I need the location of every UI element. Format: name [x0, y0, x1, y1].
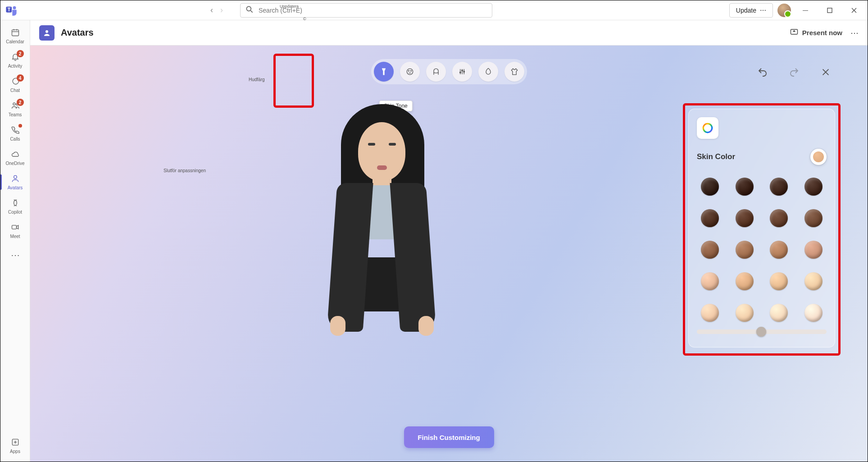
app-header: Avatars Present now ⋯	[30, 20, 868, 46]
window-maximize-icon[interactable]	[820, 4, 840, 17]
skin-swatch-2[interactable]	[770, 178, 788, 196]
undo-icon[interactable]	[757, 66, 768, 78]
rail-meet[interactable]: Meet	[0, 219, 30, 243]
page-title: Avatars	[61, 27, 94, 38]
search-icon	[245, 5, 254, 16]
skin-swatch-11[interactable]	[804, 241, 823, 259]
window-minimize-icon[interactable]: —	[795, 4, 815, 17]
skin-swatch-9[interactable]	[736, 241, 754, 259]
more-horizontal-icon: ⋯	[11, 251, 20, 260]
category-hair[interactable]	[426, 62, 446, 82]
calls-badge	[18, 124, 22, 128]
tooltip-update-sv: Uppdatera	[280, 4, 299, 9]
me-avatar[interactable]	[777, 4, 791, 17]
category-face[interactable]	[400, 62, 420, 82]
title-bar: T ‹ › Update ⋯ —	[0, 0, 868, 20]
skin-color-panel: Skin Color	[688, 109, 835, 348]
present-icon	[790, 27, 799, 38]
skin-swatch-grid	[697, 178, 827, 322]
search-box[interactable]	[240, 3, 492, 18]
skin-swatch-1[interactable]	[736, 178, 754, 196]
svg-text:T: T	[8, 7, 11, 12]
left-rail: Calendar 2 Activity 4 Chat 2 Teams Calls…	[0, 20, 30, 462]
svg-point-23	[410, 71, 411, 72]
rail-label: Calendar	[6, 39, 24, 44]
skin-swatch-10[interactable]	[770, 241, 788, 259]
window-close-icon[interactable]	[844, 4, 864, 17]
video-icon	[11, 223, 20, 233]
rail-onedrive[interactable]: OneDrive	[0, 146, 30, 170]
nav-arrows: ‹ ›	[210, 5, 223, 15]
update-button[interactable]: Update ⋯	[729, 3, 773, 18]
skin-swatch-7[interactable]	[804, 209, 823, 227]
rail-apps[interactable]: Apps	[0, 434, 30, 458]
rail-label: Chat	[10, 88, 20, 93]
avatar-preview	[305, 104, 460, 338]
nav-forward-icon[interactable]: ›	[220, 5, 223, 15]
rail-chat[interactable]: 4 Chat	[0, 73, 30, 97]
titlebar-right: Update ⋯ —	[729, 3, 866, 18]
category-clothing[interactable]	[504, 62, 524, 82]
rail-activity[interactable]: 2 Activity	[0, 48, 30, 73]
more-icon: ⋯	[760, 7, 766, 14]
update-button-label: Update	[736, 7, 756, 14]
svg-point-14	[14, 175, 17, 178]
rail-copilot[interactable]: Copilot	[0, 194, 30, 219]
current-swatch-color	[813, 151, 824, 162]
skin-swatch-18[interactable]	[770, 304, 788, 322]
present-now-button[interactable]: Present now	[790, 27, 842, 38]
skin-tone-slider[interactable]	[697, 328, 827, 335]
rail-avatars[interactable]: Avatars	[0, 170, 30, 194]
label-hudfarg: Hudfärg	[249, 77, 265, 82]
nav-back-icon[interactable]: ‹	[210, 5, 213, 15]
category-skin-tone[interactable]	[374, 62, 394, 82]
rail-calls[interactable]: Calls	[0, 121, 30, 146]
skin-swatch-13[interactable]	[736, 272, 754, 290]
copilot-icon	[11, 198, 20, 209]
rail-teams[interactable]: 2 Teams	[0, 97, 30, 121]
label-finish-sv: Slutför anpassningen	[164, 168, 206, 173]
close-editor-icon[interactable]	[820, 66, 832, 78]
teams-window: Uppdatera © T ‹ › Update ⋯ —	[0, 0, 868, 462]
annotation-highlight-category	[273, 54, 314, 108]
skin-swatch-14[interactable]	[770, 272, 788, 290]
skin-swatch-0[interactable]	[701, 178, 719, 196]
skin-swatch-16[interactable]	[701, 304, 719, 322]
phone-icon	[11, 125, 20, 136]
svg-line-4	[251, 10, 253, 12]
rail-label: Copilot	[8, 210, 22, 215]
teams-badge: 2	[17, 99, 24, 106]
skin-swatch-15[interactable]	[804, 272, 823, 290]
header-more-icon[interactable]: ⋯	[850, 28, 859, 38]
svg-rect-15	[12, 225, 16, 229]
avatar-lips	[377, 165, 387, 170]
rail-more[interactable]: ⋯	[0, 243, 30, 267]
skin-swatch-5[interactable]	[736, 209, 754, 227]
svg-point-12	[13, 103, 15, 105]
chat-badge: 4	[17, 74, 24, 82]
skin-swatch-17[interactable]	[736, 304, 754, 322]
skin-swatch-4[interactable]	[701, 209, 719, 227]
svg-point-22	[408, 71, 409, 72]
skin-swatch-12[interactable]	[701, 272, 719, 290]
calendar-icon	[11, 28, 20, 38]
slider-thumb[interactable]	[756, 327, 766, 337]
rail-calendar[interactable]: Calendar	[0, 24, 30, 48]
skin-swatch-6[interactable]	[770, 209, 788, 227]
skin-swatch-8[interactable]	[701, 241, 719, 259]
stage-controls	[757, 66, 832, 78]
category-body[interactable]	[452, 62, 472, 82]
color-picker-button[interactable]	[697, 117, 718, 139]
redo-icon[interactable]	[788, 66, 800, 78]
svg-point-1	[13, 6, 16, 9]
activity-badge: 2	[17, 50, 24, 57]
rail-label: Meet	[10, 234, 20, 239]
category-makeup[interactable]	[478, 62, 498, 82]
svg-point-21	[407, 69, 413, 74]
avatar-hand-right	[418, 316, 434, 336]
finish-customizing-button[interactable]: Finish Customizing	[404, 426, 494, 448]
skin-swatch-3[interactable]	[804, 178, 823, 196]
finish-label: Finish Customizing	[418, 434, 480, 441]
avatar-hand-left	[330, 316, 345, 336]
skin-swatch-19[interactable]	[804, 304, 823, 322]
